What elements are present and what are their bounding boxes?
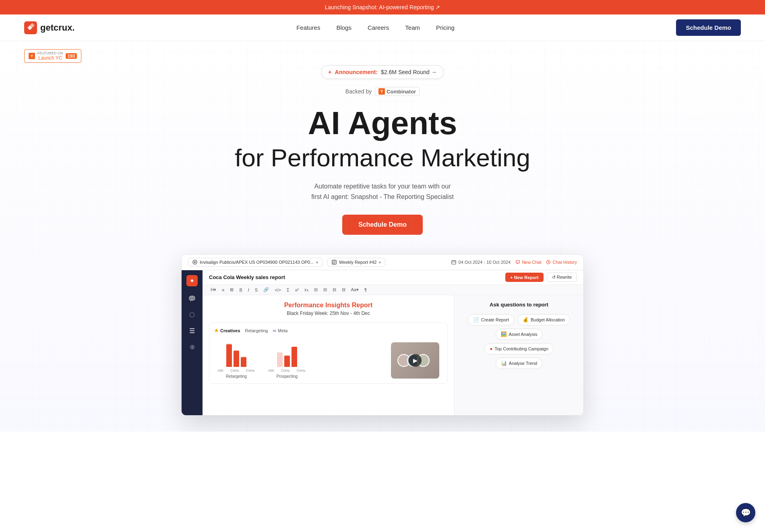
format-subscript[interactable]: x₂: [303, 286, 310, 293]
app-body: 💬 ⬡ ☰ ⊕ Coca Cola Weekly sales report + …: [182, 270, 583, 415]
group-name-retargeting: Retargeting: [226, 374, 247, 379]
report-selector[interactable]: Weekly Report #42 ▾: [327, 258, 385, 267]
sidebar-logo-icon: [189, 277, 195, 284]
format-align-right[interactable]: ⊟: [331, 286, 338, 293]
svg-rect-7: [452, 261, 456, 264]
date-range-text: 04 Oct 2024 - 10 Oct 2024: [459, 260, 511, 265]
chip-analyse-trend[interactable]: 📊 Analyse Trend: [496, 358, 542, 369]
format-align-left[interactable]: ⊟: [312, 286, 319, 293]
format-sigma[interactable]: Σ: [285, 287, 291, 293]
format-table[interactable]: ⊞: [228, 286, 235, 293]
format-align-center[interactable]: ⊟: [322, 286, 329, 293]
budget-icon: 💰: [523, 317, 529, 323]
format-bold[interactable]: B: [238, 287, 244, 293]
announcement-label: Announcement:: [335, 69, 378, 75]
retargeting-bars: [226, 337, 246, 367]
nav-schedule-demo-button[interactable]: Schedule Demo: [676, 19, 741, 36]
yc-logo: Y: [378, 88, 385, 95]
nav-link-team[interactable]: Team: [405, 24, 420, 31]
top-banner[interactable]: Launching Snapshot: AI-powered Reporting…: [0, 0, 765, 14]
hero-schedule-demo-button[interactable]: Schedule Demo: [342, 215, 423, 235]
bar-group-retargeting: AW. Conv. Conv. Retargeting: [217, 337, 255, 379]
brand-pill-text: Invisalign Publicis/APEX US OP034900 OP0…: [200, 260, 314, 265]
announcement-pill[interactable]: + Announcement: $2.6M Seed Round →: [321, 65, 443, 79]
format-text-size[interactable]: Aa▾: [349, 286, 360, 293]
new-chat-label: New Chat: [522, 260, 541, 265]
bar-label-conv2-p: Conv.: [297, 368, 306, 373]
format-pilcrow[interactable]: ¶: [363, 287, 368, 293]
group-name-prospecting: Prospecting: [276, 374, 298, 379]
format-heading[interactable]: H▾: [209, 286, 218, 293]
chart-container: ★ Creatives Retargeting ∞ Meta: [209, 323, 448, 384]
sidebar-logo[interactable]: [186, 275, 198, 286]
format-italic[interactable]: I: [246, 287, 251, 293]
chip-create-report[interactable]: 📄 Create Report: [468, 314, 514, 325]
brand-chevron: ▾: [316, 260, 318, 265]
yc-badge: Y Combinator: [375, 87, 420, 96]
doc-title: Coca Cola Weekly sales report: [209, 274, 285, 280]
chip-trend-label: Analyse Trend: [509, 361, 537, 366]
right-panel-title: Ask questions to report: [461, 302, 577, 308]
chart-tab-retargeting[interactable]: Retargeting: [245, 328, 268, 333]
bar-label-conv: Conv.: [230, 368, 240, 373]
sidebar-chat-icon[interactable]: 💬: [188, 294, 196, 302]
format-strike[interactable]: S: [253, 287, 259, 293]
chart-tab-creatives[interactable]: ★ Creatives: [214, 328, 240, 333]
chip-budget-allocation[interactable]: 💰 Budget Allocation: [517, 314, 570, 325]
bar-conv-fill: [234, 351, 239, 367]
yc-icon: Y: [29, 53, 35, 59]
report-chevron: ▾: [379, 260, 381, 265]
hero-section: Y FEATURED ON Launch YC 193 + Announceme…: [0, 41, 765, 432]
chat-history-button[interactable]: Chat History: [546, 260, 577, 265]
bar-conv-prospecting: [284, 356, 290, 367]
nav-logo[interactable]: getcrux.: [24, 21, 75, 34]
launch-yc-badge[interactable]: Y FEATURED ON Launch YC 193: [24, 49, 81, 63]
nav-link-blogs[interactable]: Blogs: [336, 24, 351, 31]
rewrite-button[interactable]: ↺ Rewrite: [547, 273, 577, 282]
chip-asset-analysis[interactable]: 🖼️ Asset Analysis: [496, 329, 543, 340]
bar-item: [226, 344, 232, 367]
announcement-plus: +: [328, 69, 331, 75]
format-link[interactable]: 🔗: [262, 286, 271, 293]
navbar: getcrux. Features Blogs Careers Team Pri…: [0, 14, 765, 41]
bar-item-3: [241, 356, 246, 367]
bar-label-aw: AW.: [217, 368, 224, 373]
tab-retargeting-label: Retargeting: [245, 328, 268, 333]
launch-yc-label: FEATURED ON Launch YC: [37, 51, 63, 61]
sidebar-menu-icon[interactable]: ☰: [188, 327, 196, 335]
new-chat-icon: [515, 260, 520, 265]
nav-link-pricing[interactable]: Pricing: [436, 24, 455, 31]
bar-group-prospecting: AW. Conv. Conv. Prospecting: [268, 337, 306, 379]
chip-top-campaign[interactable]: ● Top Contributing Campaign: [484, 343, 554, 354]
report-icon: [332, 260, 337, 265]
nav-link-careers[interactable]: Careers: [368, 24, 389, 31]
campaign-icon: ●: [490, 346, 492, 352]
right-panel: Ask questions to report 📄 Create Report …: [455, 295, 583, 415]
create-report-icon: 📄: [473, 317, 479, 323]
format-list[interactable]: ≡: [220, 287, 226, 293]
video-overlay[interactable]: ▶ New users contributed 34% higher contr…: [391, 342, 439, 379]
launch-yc-count: 193: [66, 53, 77, 59]
chart-tab-meta[interactable]: ∞ Meta: [273, 328, 287, 333]
format-superscript[interactable]: x²: [294, 287, 300, 293]
sidebar-settings-icon[interactable]: ⊕: [188, 343, 196, 351]
backed-by: Backed by Y Combinator: [8, 87, 757, 96]
format-align-justify[interactable]: ⊟: [340, 286, 347, 293]
top-banner-text: Launching Snapshot: AI-powered Reporting…: [325, 4, 440, 10]
meta-icon: ∞: [273, 328, 276, 333]
chip-asset-label: Asset Analysis: [509, 332, 538, 337]
app-main: Performance Insights Report Black Friday…: [203, 295, 583, 415]
combinator-label: Combinator: [387, 89, 416, 95]
new-report-button[interactable]: + New Report: [505, 273, 544, 282]
new-chat-button[interactable]: New Chat: [515, 260, 541, 265]
bar-label-conv-p: Conv.: [281, 368, 290, 373]
brand-selector[interactable]: Invisalign Publicis/APEX US OP034900 OP0…: [188, 258, 323, 267]
format-code[interactable]: </>: [273, 287, 283, 293]
bar-conv2-fill: [241, 357, 246, 367]
tab-meta-label: Meta: [278, 328, 287, 333]
prospecting-bars: [277, 337, 297, 367]
editor-area: Performance Insights Report Black Friday…: [203, 295, 455, 415]
bar-conv2-prospecting: [292, 347, 297, 367]
sidebar-grid-icon[interactable]: ⬡: [188, 311, 196, 319]
nav-link-features[interactable]: Features: [296, 24, 320, 31]
